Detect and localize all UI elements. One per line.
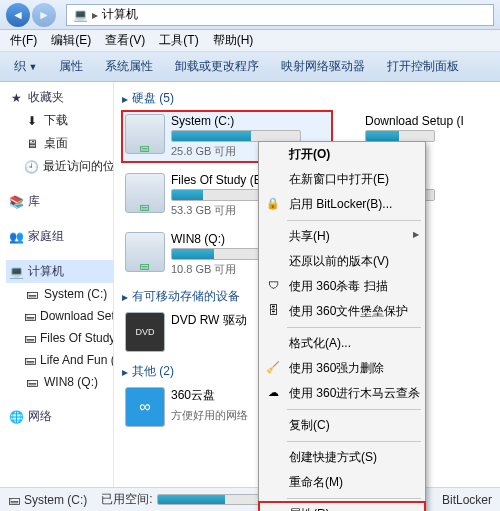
cloud-icon: ∞ (125, 387, 165, 427)
cm-rename[interactable]: 重命名(M) (259, 470, 425, 495)
sidebar: ★收藏夹 ⬇下载 🖥桌面 🕘最近访问的位置 📚库 👥家庭组 💻计算机 🖴Syst… (0, 82, 114, 487)
cloud-scan-icon: ☁ (265, 384, 281, 400)
toolbar-sysprops[interactable]: 系统属性 (97, 55, 161, 78)
cm-360-forcedelete[interactable]: 🧹使用 360强力删除 (259, 356, 425, 381)
sidebar-favorites[interactable]: ★收藏夹 (6, 86, 113, 109)
menu-tools[interactable]: 工具(T) (153, 30, 204, 51)
drive-name: System (C:) (171, 114, 329, 130)
capacity-bar (171, 189, 261, 201)
lock-icon: 🗄 (265, 302, 281, 318)
sidebar-computer[interactable]: 💻计算机 (6, 260, 113, 283)
drive-icon: 🖴 (125, 114, 165, 154)
cm-format[interactable]: 格式化(A)... (259, 331, 425, 356)
titlebar: ◄ ► 💻 ▸ 计算机 (0, 0, 500, 30)
desktop-icon: 🖥 (24, 136, 40, 152)
recent-icon: 🕘 (24, 159, 39, 175)
sidebar-homegroup[interactable]: 👥家庭组 (6, 225, 113, 248)
cm-properties[interactable]: 属性(R) (259, 502, 425, 511)
drive-icon: 🖴 (24, 374, 40, 390)
cm-separator (287, 409, 421, 410)
sidebar-libraries[interactable]: 📚库 (6, 190, 113, 213)
menu-help[interactable]: 帮助(H) (207, 30, 260, 51)
cm-360-trojanscan[interactable]: ☁使用 360进行木马云查杀 (259, 381, 425, 406)
drive-name: Download Setup (I (365, 114, 469, 130)
status-drive: System (C:) (24, 493, 87, 507)
cm-separator (287, 441, 421, 442)
sidebar-item-drive-c[interactable]: 🖴System (C:) (6, 283, 113, 305)
sidebar-network[interactable]: 🌐网络 (6, 405, 113, 428)
address-bar[interactable]: 💻 ▸ 计算机 (66, 4, 494, 26)
drive-icon: 🖴 (24, 352, 36, 368)
sidebar-item-drive-e[interactable]: 🖴Files Of Study (E:) (6, 327, 113, 349)
sidebar-item-drive-q[interactable]: 🖴WIN8 (Q:) (6, 371, 113, 393)
cm-separator (287, 327, 421, 328)
drive-icon: 🖴 (24, 308, 36, 324)
cm-open[interactable]: 打开(O) (259, 142, 425, 167)
cm-360-vault[interactable]: 🗄使用 360文件堡垒保护 (259, 299, 425, 324)
cm-copy[interactable]: 复制(C) (259, 413, 425, 438)
sidebar-item-drive-i[interactable]: 🖴Download Setup (I (6, 305, 113, 327)
drive-icon: 🖴 (125, 173, 165, 213)
delete-icon: 🧹 (265, 359, 281, 375)
context-menu: 打开(O) 在新窗口中打开(E) 🔒启用 BitLocker(B)... 共享(… (258, 141, 426, 511)
toolbar: 织 属性 系统属性 卸载或更改程序 映射网络驱动器 打开控制面板 (0, 52, 500, 82)
cm-bitlocker[interactable]: 🔒启用 BitLocker(B)... (259, 192, 425, 217)
cm-open-new-window[interactable]: 在新窗口中打开(E) (259, 167, 425, 192)
breadcrumb-sep: ▸ (92, 8, 98, 22)
sidebar-item-desktop[interactable]: 🖥桌面 (6, 132, 113, 155)
network-icon: 🌐 (8, 409, 24, 425)
bitlocker-icon: 🔒 (265, 195, 281, 211)
status-bitlocker: BitLocker (442, 493, 492, 507)
nav-back-button[interactable]: ◄ (6, 3, 30, 27)
cm-create-shortcut[interactable]: 创建快捷方式(S) (259, 445, 425, 470)
drive-icon: 🖴 (24, 330, 36, 346)
toolbar-controlpanel[interactable]: 打开控制面板 (379, 55, 467, 78)
drive-icon: 🖴 (125, 232, 165, 272)
homegroup-icon: 👥 (8, 229, 24, 245)
download-icon: ⬇ (24, 113, 40, 129)
sidebar-item-download[interactable]: ⬇下载 (6, 109, 113, 132)
shield-icon: 🛡 (265, 277, 281, 293)
breadcrumb-label: 计算机 (102, 6, 138, 23)
menubar: 件(F) 编辑(E) 查看(V) 工具(T) 帮助(H) (0, 30, 500, 52)
menu-view[interactable]: 查看(V) (99, 30, 151, 51)
menu-edit[interactable]: 编辑(E) (45, 30, 97, 51)
sidebar-item-drive-f[interactable]: 🖴Life And Fun (F:) (6, 349, 113, 371)
status-capacity-bar (157, 494, 267, 505)
section-drives[interactable]: ▸ 硬盘 (5) (122, 88, 492, 111)
sidebar-item-recent[interactable]: 🕘最近访问的位置 (6, 155, 113, 178)
toolbar-uninstall[interactable]: 卸载或更改程序 (167, 55, 267, 78)
menu-file[interactable]: 件(F) (4, 30, 43, 51)
toolbar-mapdrive[interactable]: 映射网络驱动器 (273, 55, 373, 78)
status-used-label: 已用空间: (101, 491, 152, 508)
drive-icon: 🖴 (24, 286, 40, 302)
nav-forward-button[interactable]: ► (32, 3, 56, 27)
cm-separator (287, 220, 421, 221)
library-icon: 📚 (8, 194, 24, 210)
toolbar-properties[interactable]: 属性 (51, 55, 91, 78)
star-icon: ★ (8, 90, 24, 106)
cm-360-scan[interactable]: 🛡使用 360杀毒 扫描 (259, 274, 425, 299)
computer-icon: 💻 (8, 264, 24, 280)
toolbar-organize[interactable]: 织 (6, 55, 45, 78)
capacity-bar (171, 248, 261, 260)
cm-restore-versions[interactable]: 还原以前的版本(V) (259, 249, 425, 274)
drive-icon: 🖴 (8, 493, 20, 507)
cm-separator (287, 498, 421, 499)
computer-icon: 💻 (73, 8, 88, 22)
cm-share[interactable]: 共享(H) (259, 224, 425, 249)
dvd-icon: DVD (125, 312, 165, 352)
